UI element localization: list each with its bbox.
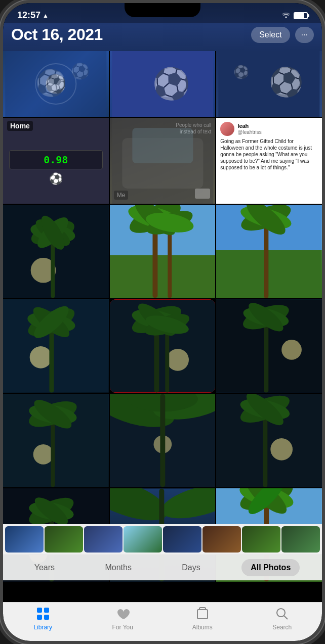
albums-label: Albums xyxy=(192,624,213,631)
search-label: Search xyxy=(272,624,292,631)
photo-night-center-3[interactable] xyxy=(110,394,216,487)
svg-rect-11 xyxy=(132,128,193,163)
svg-rect-68 xyxy=(160,394,165,487)
for-you-label: For You xyxy=(112,624,133,631)
tab-albums[interactable]: Albums xyxy=(162,607,242,631)
svg-point-52 xyxy=(282,340,302,360)
tab-for-you[interactable]: For You xyxy=(83,607,163,631)
svg-text:⚽: ⚽ xyxy=(152,66,190,102)
thumb-5 xyxy=(163,526,201,553)
photo-day-right-1[interactable] xyxy=(216,205,322,298)
photo-night-right-3[interactable] xyxy=(216,394,322,487)
for-you-icon xyxy=(115,607,130,623)
svg-text:⚽: ⚽ xyxy=(71,62,90,80)
svg-point-43 xyxy=(167,349,189,371)
header-buttons: Select ··· xyxy=(251,27,314,43)
top-photo-row: ⚽ ⚽ ⚽ xyxy=(3,51,322,117)
social-handle: @leahtriss xyxy=(237,129,261,135)
months-filter[interactable]: Months xyxy=(96,559,140,576)
tab-library[interactable]: Library xyxy=(3,607,83,631)
photo-night-right-2[interactable] xyxy=(216,299,322,393)
thumb-7 xyxy=(242,526,280,553)
select-button[interactable]: Select xyxy=(251,27,290,43)
wifi-icon xyxy=(281,11,291,20)
phone-screen: 12:57 ▲ xyxy=(3,3,322,641)
thumb-3 xyxy=(84,526,123,553)
photo-day-center-1[interactable] xyxy=(110,205,216,298)
photos-container: Oct 16, 2021 Select ··· xyxy=(3,3,322,641)
photo-night-left-3[interactable] xyxy=(3,394,109,487)
thumb-1 xyxy=(5,526,44,553)
svg-rect-96 xyxy=(44,615,49,620)
social-name: leah xyxy=(237,123,261,129)
home-label: Home xyxy=(7,121,33,131)
albums-icon xyxy=(195,607,210,623)
photo-night-left-1[interactable] xyxy=(3,205,109,298)
svg-text:⚽: ⚽ xyxy=(269,66,304,99)
years-filter[interactable]: Years xyxy=(25,559,64,576)
photo-soccer-2[interactable]: ⚽ xyxy=(110,51,216,117)
tab-search[interactable]: Search xyxy=(242,607,322,631)
svg-point-36 xyxy=(30,346,52,369)
svg-rect-97 xyxy=(197,610,208,619)
svg-point-70 xyxy=(271,438,293,461)
photo-soccer-3[interactable]: ⚽ ⚽ xyxy=(216,51,322,117)
svg-text:⚽: ⚽ xyxy=(35,68,67,98)
photo-night-center-selected[interactable] xyxy=(110,299,216,393)
photo-home-tool[interactable]: Home 0.98 ⚽ xyxy=(3,118,109,204)
filter-section: Years Months Days All Photos xyxy=(3,524,322,580)
photo-soccer-1[interactable]: ⚽ ⚽ xyxy=(3,51,109,117)
photo-night-left-2[interactable] xyxy=(3,299,109,393)
night-row-3 xyxy=(3,394,322,487)
svg-point-98 xyxy=(277,609,285,617)
notch xyxy=(125,3,200,17)
days-filter[interactable]: Days xyxy=(173,559,209,576)
thumb-6 xyxy=(202,526,241,553)
svg-line-99 xyxy=(284,616,288,619)
status-icons xyxy=(281,11,308,20)
day-palm-row xyxy=(3,205,322,298)
svg-rect-30 xyxy=(216,250,322,298)
thumbnail-strip xyxy=(3,524,322,555)
time-display: 12:57 xyxy=(17,10,40,21)
library-icon xyxy=(36,607,50,623)
special-row: Home 0.98 ⚽ People who callinstead of te… xyxy=(3,118,322,204)
signal-icon: ▲ xyxy=(43,12,49,19)
svg-rect-21 xyxy=(110,255,216,298)
social-text: Going as Former Gifted Child for Hallowe… xyxy=(220,138,318,200)
svg-rect-94 xyxy=(44,608,49,613)
svg-text:⚽: ⚽ xyxy=(234,64,250,80)
svg-point-58 xyxy=(33,444,54,465)
battery-icon xyxy=(294,12,308,19)
night-row-2 xyxy=(3,299,322,393)
svg-rect-95 xyxy=(37,615,42,620)
svg-rect-93 xyxy=(37,608,42,613)
thumb-4 xyxy=(124,526,162,553)
status-time: 12:57 ▲ xyxy=(17,10,49,21)
tool-value: 0.98 xyxy=(13,154,99,166)
filter-bar: Years Months Days All Photos xyxy=(3,555,322,580)
photo-car[interactable]: People who callinstead of text Me xyxy=(110,118,216,204)
library-label: Library xyxy=(33,624,52,631)
photo-social-card[interactable]: leah @leahtriss Going as Former Gifted C… xyxy=(216,118,322,204)
header-date: Oct 16, 2021 xyxy=(11,25,103,44)
search-icon xyxy=(275,607,289,623)
more-button[interactable]: ··· xyxy=(295,27,314,43)
social-user-info: leah @leahtriss xyxy=(237,123,261,135)
thumb-8 xyxy=(281,526,320,553)
all-photos-filter[interactable]: All Photos xyxy=(241,559,300,576)
thumb-2 xyxy=(45,526,83,553)
social-avatar xyxy=(220,122,234,136)
header-row: Oct 16, 2021 Select ··· xyxy=(11,25,314,44)
phone-frame: 12:57 ▲ xyxy=(0,0,325,644)
tab-bar: Library For You xyxy=(3,602,322,641)
soccer-ball-icon: ⚽ xyxy=(7,172,105,186)
svg-rect-12 xyxy=(3,205,109,298)
social-header: leah @leahtriss xyxy=(220,122,318,136)
